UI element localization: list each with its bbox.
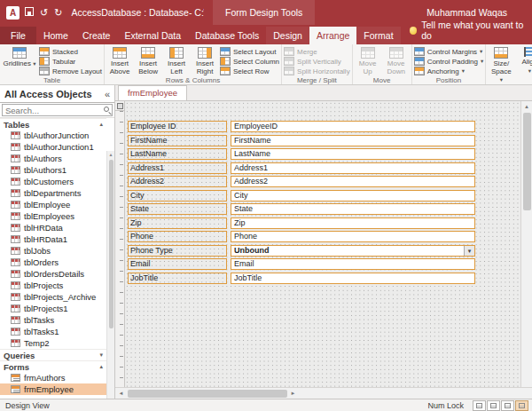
insert-above-button[interactable]: Insert Above xyxy=(106,45,133,75)
select-column-button[interactable]: Select Column xyxy=(220,57,279,66)
search-input[interactable] xyxy=(2,104,113,116)
field-label-control[interactable]: Zip xyxy=(128,217,227,229)
tab-database-tools[interactable]: Database Tools xyxy=(188,27,266,44)
insert-right-button[interactable]: Insert Right xyxy=(192,45,218,75)
gridlines-button[interactable]: Gridlines ▾ xyxy=(2,45,37,68)
group-label-merge-split: Merge / Split xyxy=(284,75,350,85)
control-margins-button[interactable]: Control Margins ▾ xyxy=(414,47,484,56)
undo-button[interactable]: ↺ xyxy=(40,6,48,19)
stacked-button[interactable]: Stacked xyxy=(39,47,102,56)
nav-item-table[interactable]: tblHRData xyxy=(0,222,106,233)
field-label-control[interactable]: Address2 xyxy=(128,176,227,187)
nav-item-table[interactable]: tblProjects1 xyxy=(0,303,106,314)
nav-pane-header[interactable]: All Access Objects « xyxy=(0,85,114,103)
save-button[interactable] xyxy=(25,6,34,19)
tab-create[interactable]: Create xyxy=(75,27,118,44)
field-label-control[interactable]: FirstName xyxy=(128,135,227,146)
align-button[interactable]: Align ▾ xyxy=(516,45,532,75)
scroll-left-arrow[interactable]: ◄ xyxy=(115,391,127,396)
collapse-pane-icon[interactable]: « xyxy=(105,89,110,99)
nav-item-table[interactable]: tblOrdersDetails xyxy=(0,268,106,280)
tab-design[interactable]: Design xyxy=(266,27,309,44)
anchoring-button[interactable]: Anchoring ▾ xyxy=(414,67,484,75)
field-textbox-control[interactable]: Address1 ▾ xyxy=(231,162,475,174)
nav-item-table[interactable]: tblCustomers xyxy=(0,176,106,187)
document-tab-frmEmployee[interactable]: frmEmployee xyxy=(118,85,187,100)
field-label-control[interactable]: City xyxy=(128,190,227,202)
nav-item-table[interactable]: tblAuthorJunction1 xyxy=(0,141,106,153)
field-label-control[interactable]: Email xyxy=(128,258,227,270)
nav-item-table[interactable]: tblOrders xyxy=(0,257,106,268)
tab-format[interactable]: Format xyxy=(356,27,400,44)
scroll-up-arrow[interactable]: ▲ xyxy=(524,101,529,112)
field-textbox-control[interactable]: JobTitle ▾ xyxy=(231,273,475,284)
nav-item-form[interactable]: frmEmployee xyxy=(0,383,106,395)
layout-view-button[interactable] xyxy=(501,400,514,411)
nav-item-table[interactable]: Temp2 xyxy=(0,337,106,349)
select-row-button[interactable]: Select Row xyxy=(220,67,279,75)
design-view-button[interactable] xyxy=(515,400,528,411)
field-textbox-control[interactable]: State ▾ xyxy=(231,203,475,215)
nav-item-table[interactable]: tblHRData1 xyxy=(0,233,106,245)
nav-item-table[interactable]: tblEmployees xyxy=(0,210,106,222)
field-label-control[interactable]: Employee ID xyxy=(128,121,227,132)
nav-item-table[interactable]: tblTasks xyxy=(0,314,106,326)
select-layout-button[interactable]: Select Layout xyxy=(220,47,279,56)
nav-item-table[interactable]: tblEmployee xyxy=(0,199,106,210)
vertical-ruler[interactable] xyxy=(115,111,124,387)
redo-button[interactable]: ↻ xyxy=(54,6,62,19)
nav-item-table[interactable]: tblJobs xyxy=(0,245,106,257)
scrollbar-thumb[interactable] xyxy=(128,390,287,398)
field-textbox-control[interactable]: EmployeeID ▾ xyxy=(231,121,475,132)
field-label-control[interactable]: LastName xyxy=(128,148,227,160)
nav-item-table[interactable]: tblTasks1 xyxy=(0,326,106,337)
nav-section-forms[interactable]: Forms ▴ xyxy=(0,360,106,372)
tab-home[interactable]: Home xyxy=(36,27,75,44)
tab-external-data[interactable]: External Data xyxy=(117,27,188,44)
tell-me-box[interactable]: Tell me what you want to do xyxy=(410,20,532,44)
scroll-up-arrow[interactable]: ▲ xyxy=(109,151,113,158)
scroll-right-arrow[interactable]: ► xyxy=(287,391,299,396)
control-padding-button[interactable]: Control Padding ▾ xyxy=(414,57,484,66)
form-design-canvas[interactable]: Employee ID EmployeeID ▾ FirstName First… xyxy=(125,101,520,387)
field-textbox-control[interactable]: Email ▾ xyxy=(231,258,475,270)
form-view-button[interactable] xyxy=(487,400,500,411)
field-textbox-control[interactable]: Unbound ▾ xyxy=(231,245,475,257)
field-label-control[interactable]: State xyxy=(128,203,227,215)
nav-item-table[interactable]: tblDepartments xyxy=(0,187,106,199)
nav-item-form[interactable]: frmAuthors xyxy=(0,372,106,383)
insert-below-button[interactable]: Insert Below xyxy=(135,45,161,75)
nav-section-queries[interactable]: Queries ▾ xyxy=(0,349,106,360)
field-textbox-control[interactable]: LastName ▾ xyxy=(231,148,475,160)
search-icon[interactable] xyxy=(104,107,109,112)
field-label-control[interactable]: Phone Type xyxy=(128,245,227,257)
field-textbox-control[interactable]: Zip ▾ xyxy=(231,217,475,229)
field-textbox-control[interactable]: Phone ▾ xyxy=(231,231,475,242)
horizontal-scrollbar[interactable]: ◄ ► xyxy=(115,387,532,399)
tabular-button[interactable]: Tabular xyxy=(39,57,102,66)
nav-item-table[interactable]: tblAuthors1 xyxy=(0,164,106,176)
nav-section-tables[interactable]: Tables ▴ xyxy=(0,118,106,130)
datasheet-view-button[interactable] xyxy=(473,400,486,411)
field-label-control[interactable]: Address1 xyxy=(128,162,227,174)
field-label-control[interactable]: JobTitle xyxy=(128,273,227,284)
field-textbox-control[interactable]: FirstName ▾ xyxy=(231,135,475,146)
nav-item-table[interactable]: tblProjects xyxy=(0,280,106,291)
nav-item-table[interactable]: tblAuthors xyxy=(0,153,106,164)
insert-left-button[interactable]: Insert Left xyxy=(163,45,190,75)
size-space-button[interactable]: Size/ Space ▾ xyxy=(488,45,514,84)
nav-pane-scrollbar[interactable]: ▲ xyxy=(106,151,114,399)
field-textbox-control[interactable]: Address2 ▾ xyxy=(231,176,475,187)
nav-item-table[interactable]: tblAuthorJunction xyxy=(0,130,106,141)
nav-item-table[interactable]: tblProjects_Archive xyxy=(0,291,106,303)
scrollbar-thumb[interactable] xyxy=(523,113,531,210)
field-label-control[interactable]: Phone xyxy=(128,231,227,242)
remove-layout-button[interactable]: Remove Layout xyxy=(39,67,102,75)
scrollbar-thumb[interactable] xyxy=(109,160,113,328)
field-textbox-control[interactable]: City ▾ xyxy=(231,190,475,202)
tab-file[interactable]: File xyxy=(0,27,36,44)
combo-dropdown-icon[interactable]: ▾ xyxy=(464,246,474,256)
form-selector-box[interactable] xyxy=(115,101,124,111)
vertical-scrollbar[interactable]: ▲ xyxy=(520,101,532,387)
tab-arrange[interactable]: Arrange xyxy=(309,27,356,44)
